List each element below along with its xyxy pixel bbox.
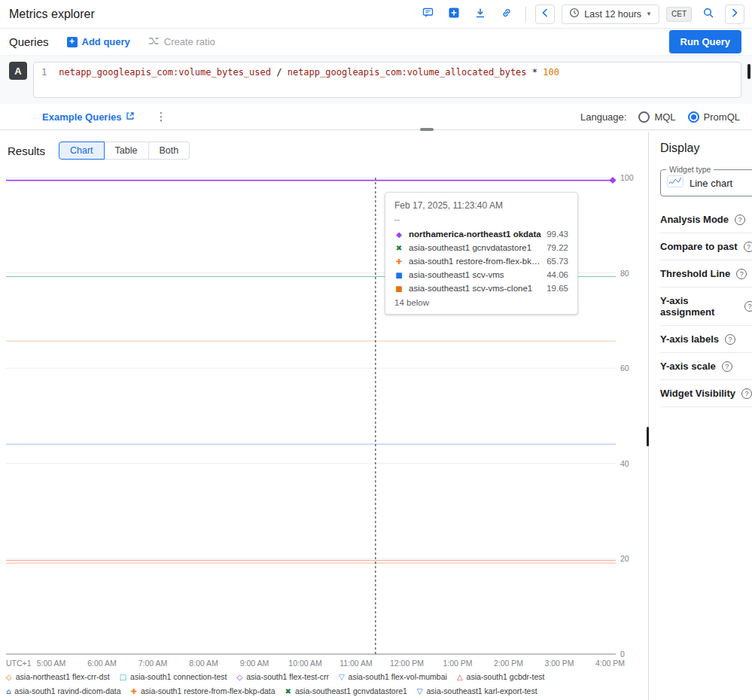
legend-item[interactable]: ⌂asia-south1 ravind-dicom-data <box>6 686 121 695</box>
radio-promql[interactable] <box>688 111 699 123</box>
tooltip-entries: ◆northamerica-northeast1 okdata99.43✖asi… <box>394 230 568 293</box>
series-marker-icon: ✚ <box>131 687 137 695</box>
display-option-threshold-line[interactable]: Threshold Line? <box>660 260 752 288</box>
x-axis-tick-label: 7:00 AM <box>139 659 168 668</box>
copy-link-button[interactable] <box>497 5 516 24</box>
timezone-button[interactable]: CET <box>666 7 692 22</box>
x-axis-tick-label: 6:00 AM <box>87 659 117 668</box>
display-option-compare-to-past[interactable]: Compare to past? <box>660 233 752 260</box>
radio-mql[interactable] <box>638 111 650 123</box>
language-option-label: PromQL <box>704 111 740 123</box>
legend-item[interactable]: ▽asia-southeast1 karl-export-test <box>417 686 537 695</box>
panel-drag-handle[interactable] <box>647 427 649 446</box>
tooltip-row: ■asia-southeast1 scv-vms44.06 <box>394 270 568 279</box>
page-title: Metrics explorer <box>9 8 95 21</box>
display-option-y-axis-assignment[interactable]: Y-axis assignment? <box>660 288 752 326</box>
tooltip-series-value: 65.73 <box>546 257 568 266</box>
results-title: Results <box>8 145 45 157</box>
legend-item[interactable]: ✚asia-south1 restore-from-flex-bkp-data <box>131 686 276 695</box>
feedback-button[interactable] <box>418 5 437 24</box>
help-icon[interactable]: ? <box>744 301 752 312</box>
help-icon[interactable]: ? <box>725 334 735 345</box>
series-marker-icon: ▽ <box>417 687 423 695</box>
legend-label: asia-south1 connection-test <box>130 672 227 681</box>
series-marker-icon: △ <box>457 673 463 681</box>
tooltip-series-name: asia-southeast1 scv-vms-clone1 <box>409 284 541 293</box>
tooltip-row: ◆northamerica-northeast1 okdata99.43 <box>394 230 568 239</box>
download-button[interactable] <box>470 5 490 24</box>
time-forward-button[interactable] <box>725 5 744 24</box>
help-icon[interactable]: ? <box>736 269 747 279</box>
legend-item[interactable]: ◇asia-south1 flex-test-crr <box>236 672 328 681</box>
chart-area: Feb 17, 2025, 11:23:40 AM – ◆northameric… <box>0 169 647 700</box>
promql-editor[interactable]: 1 netapp_googleapis_com:volume_bytes_use… <box>33 62 741 98</box>
help-icon[interactable]: ? <box>722 361 732 372</box>
split-drag-handle[interactable] <box>420 128 434 131</box>
tab-both[interactable]: Both <box>148 142 190 160</box>
legend-item[interactable]: △asia-south1 gcbdr-test <box>457 672 545 681</box>
tab-chart[interactable]: Chart <box>59 142 105 160</box>
results-header: Results ChartTableBoth <box>0 132 648 160</box>
y-axis-tick-label: 40 <box>620 459 629 468</box>
display-option-label: Analysis Mode <box>660 214 729 225</box>
display-option-y-axis-scale[interactable]: Y-axis scale? <box>660 353 752 380</box>
chart-tooltip: Feb 17, 2025, 11:23:40 AM – ◆northameric… <box>385 192 578 315</box>
editor-overflow-menu[interactable]: ⋮ <box>156 110 167 123</box>
add-query-label: Add query <box>82 36 130 47</box>
series-marker-icon: ✖ <box>394 244 403 252</box>
legend-item[interactable]: □asia-south1 connection-test <box>120 672 227 681</box>
line-chart-icon <box>667 175 683 190</box>
results-tabs: ChartTableBoth <box>59 142 190 160</box>
run-query-button[interactable]: Run Query <box>669 30 741 53</box>
series-marker-icon: ■ <box>394 271 403 279</box>
display-option-analysis-mode[interactable]: Analysis Mode? <box>660 206 752 233</box>
y-axis-tick-label: 60 <box>620 364 629 373</box>
x-axis-tick-label: 2:00 PM <box>494 659 523 668</box>
display-option-label: Threshold Line <box>660 268 730 279</box>
tooltip-series-name: asia-southeast1 gcnvdatastore1 <box>409 243 541 252</box>
save-to-dashboard-button[interactable] <box>444 5 464 24</box>
tooltip-row: ✖asia-southeast1 gcnvdatastore179.22 <box>394 243 568 252</box>
help-icon[interactable]: ? <box>744 242 752 252</box>
editor-scrollbar[interactable] <box>747 64 750 79</box>
language-option-label: MQL <box>654 111 675 123</box>
display-option-y-axis-labels[interactable]: Y-axis labels? <box>660 326 752 353</box>
series-marker-icon: ✖ <box>285 687 291 695</box>
x-axis-tick-label: 4:00 PM <box>595 659 625 668</box>
language-option-promql[interactable]: PromQL <box>688 111 740 123</box>
time-range-selector[interactable]: Last 12 hours ▼ <box>562 5 659 24</box>
link-icon <box>501 8 512 20</box>
queries-bar: Queries + Add query Create ratio Run Que… <box>0 29 752 56</box>
query-operator-token: * <box>527 67 543 78</box>
display-panel-title: Display <box>660 142 752 155</box>
editor-footer: Example Queries ⋮ Language: MQLPromQL <box>0 104 752 129</box>
tooltip-timestamp: Feb 17, 2025, 11:23:40 AM <box>394 200 568 211</box>
legend-item[interactable]: ✖asia-southeast1 gcnvdatastore1 <box>285 686 407 695</box>
tooltip-row: ✚asia-south1 restore-from-flex-bkp-data6… <box>394 257 568 266</box>
editor-row: A 1 netapp_googleapis_com:volume_bytes_u… <box>0 56 752 104</box>
display-option-label: Y-axis scale <box>660 361 716 372</box>
legend-item[interactable]: ◇asia-northeast1 flex-crr-dst <box>6 672 110 681</box>
help-icon[interactable]: ? <box>741 388 752 399</box>
display-options: Analysis Mode?Compare to past?Threshold … <box>660 206 752 407</box>
create-ratio-button[interactable]: Create ratio <box>148 36 215 47</box>
search-button[interactable] <box>699 5 718 24</box>
series-marker-icon: □ <box>120 673 126 681</box>
time-range-label: Last 12 hours <box>584 9 641 20</box>
widget-type-select[interactable]: Widget type Line chart <box>660 169 752 196</box>
language-option-mql[interactable]: MQL <box>638 111 675 123</box>
display-option-label: Y-axis assignment <box>660 295 738 318</box>
time-back-button[interactable] <box>535 5 555 24</box>
legend-label: asia-south1 flex-test-crr <box>246 672 329 681</box>
tooltip-series-name: northamerica-northeast1 okdata <box>409 230 541 239</box>
example-queries-link[interactable]: Example Queries <box>42 111 135 123</box>
tab-table[interactable]: Table <box>104 142 149 160</box>
help-icon[interactable]: ? <box>735 215 745 225</box>
x-axis-tick-label: 5:00 AM <box>37 659 66 668</box>
chevron-right-icon <box>732 8 738 20</box>
add-query-button[interactable]: + Add query <box>67 36 130 47</box>
display-option-widget-visibility[interactable]: Widget Visibility? <box>660 380 752 407</box>
widget-type-label: Widget type <box>666 165 714 174</box>
query-badge[interactable]: A <box>9 62 27 80</box>
legend-item[interactable]: ▽asia-south1 flex-vol-mumbai <box>339 672 447 681</box>
